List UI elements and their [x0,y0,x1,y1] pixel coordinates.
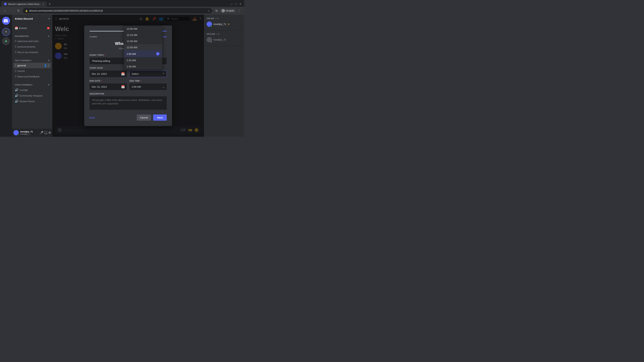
add-server-button[interactable]: + [2,37,10,45]
step-label-location: Location [90,35,97,38]
required-star: * [104,54,105,56]
ssl-lock-icon: 🔒 [25,9,28,12]
event-modal: Location Event Info What's your e Fill o… [84,25,172,126]
online-section-label: ONLINE — 1 [206,17,242,19]
chevron-down-icon: ⌄ [162,85,164,88]
end-time-select[interactable]: 2:00 AM ⌄ [130,83,167,90]
next-button[interactable]: Next [153,114,167,121]
list-item[interactable]: 12:45 AM [124,44,162,50]
user-discriminator: moodjoy_f... [20,133,33,135]
main-content: # general ⊕ 🔔 📌 👥 🔍 Search 📥 ? Welc This… [52,15,204,137]
sidebar-item-announcements[interactable]: # announcements [14,44,51,49]
user-settings-icon[interactable]: ⚙ [48,131,51,135]
active-tab[interactable]: Discord | #general | Artists Disco... × [1,1,46,7]
browser-chrome: Discord | #general | Artists Disco... × … [0,0,244,15]
list-item[interactable]: 1:15 AM [124,57,162,63]
maximize-icon[interactable]: □ [236,3,237,5]
start-time-select[interactable]: Select ⌄ [130,70,167,77]
text-channels-header[interactable]: TEXT CHANNELS + [14,58,51,63]
list-item[interactable]: 1:00 AM ✓ [124,50,162,57]
hash-icon: # [15,64,16,67]
information-section: INFORMATION + # welcome-and-rules # anno… [12,31,52,56]
start-date-row: 📅 Select ⌄ [90,70,167,77]
online-status-dot [210,25,212,27]
gear-icon[interactable]: ⚙ [48,64,50,67]
avatar [206,21,212,27]
modal-overlay: Location Event Info What's your e Fill o… [52,15,204,137]
forward-nav-button[interactable]: → [10,8,14,13]
sidebar-item-welcome[interactable]: # welcome-and-rules [14,38,51,44]
sidebar-item-this-is-my-channel[interactable]: # this-is-my-channel [14,49,51,55]
time-option-label: 12:00 AM [126,27,137,30]
server-sidebar: A + [0,15,12,137]
sidebar-item-ideas[interactable]: # ideas-and-feedback [14,74,51,79]
end-date-wrapper: 📅 [90,83,127,90]
description-textarea[interactable] [90,96,167,110]
mute-microphone-icon[interactable]: 🎤 [40,131,43,135]
discord-app: A + Artists Discord ▾ 📅 Events + INFORMA… [0,15,244,137]
channel-name: this-is-my-channel [18,51,38,54]
channel-name: welcome-and-rules [18,40,39,42]
information-section-header[interactable]: INFORMATION + [14,34,51,38]
list-item[interactable]: 12:00 AM [124,26,162,32]
list-item[interactable]: moodjoy_71 [206,36,242,43]
step-bar-location [90,31,128,31]
online-section: ONLINE — 1 moodjoy_71 ♛ [204,15,244,30]
bookmark-star-icon[interactable]: ☆ [208,9,210,12]
channel-name: general [18,64,26,67]
right-sidebar: ONLINE — 1 moodjoy_71 ♛ OFFLINE — 1 mood… [204,15,244,137]
list-item[interactable]: 12:30 AM [124,38,162,44]
voice-channels-section: VOICE CHANNELS + 🔊 Lounge 🔊 Community Ha… [12,80,52,105]
add-text-channel-icon[interactable]: + [48,59,50,62]
new-tab-button[interactable]: + [47,2,52,6]
sidebar-item-events[interactable]: 📅 Events + [14,25,51,31]
calendar-icon[interactable]: 📅 [121,72,125,76]
address-text: discord.com/channels/1182362010067935253… [29,9,206,12]
back-button[interactable]: Back [90,116,95,119]
add-user-icon[interactable]: 👤 [44,64,47,67]
speaker-icon: 🔊 [15,99,18,103]
close-icon[interactable]: ✕ [240,3,242,5]
address-bar[interactable]: 🔒 discord.com/channels/11823620100679352… [23,8,212,13]
cancel-button[interactable]: Cancel [137,114,151,121]
tab-label: Discord | #general | Artists Disco... [8,3,41,5]
server-icon-artists[interactable]: A [2,28,10,36]
add-information-channel-icon[interactable]: + [48,35,50,38]
channel-name: ideas-and-feedback [18,75,40,78]
list-item[interactable]: 1:30 AM [124,63,162,69]
end-date-col: END DATE * 📅 [90,80,127,90]
channel-settings-icon[interactable]: 👤 ⚙ [44,64,50,67]
discord-home-button[interactable] [2,17,10,25]
list-item[interactable]: 12:15 AM [124,32,162,38]
user-controls: 🎤 🎧 ⚙ [40,131,51,135]
tab-close-button[interactable]: × [42,3,44,5]
sidebar-item-events-text[interactable]: # events [14,68,51,74]
sidebar-item-general[interactable]: # general 👤 ⚙ [14,63,51,68]
extensions-icon[interactable]: ⧉ [214,8,219,13]
browser-menu-icon[interactable]: ⋮ [237,8,242,13]
time-option-label: 12:30 AM [126,40,137,42]
incognito-avatar-icon [222,9,225,12]
time-option-label: 1:15 AM [126,59,136,62]
list-item[interactable]: moodjoy_71 ♛ [206,21,242,27]
time-option-label: 12:15 AM [126,33,137,36]
server-header[interactable]: Artists Discord ▾ [12,15,52,23]
sidebar-item-stream-room[interactable]: 🔊 Stream Room [14,98,51,104]
offline-username: moodjoy_71 [213,38,226,41]
channel-name: announcements [18,45,36,48]
end-time-wrapper: 2:00 AM ⌄ [130,83,167,90]
channel-name: Stream Room [20,100,35,103]
sidebar-item-community-hangout[interactable]: 🔊 Community Hangout [14,93,51,98]
add-voice-channel-icon[interactable]: + [48,83,50,86]
minimize-icon[interactable]: — [230,3,233,5]
back-nav-button[interactable]: ← [3,8,8,13]
sidebar-item-lounge[interactable]: 🔊 Lounge [14,87,51,93]
voice-channels-header[interactable]: VOICE CHANNELS + [14,83,51,87]
end-time-label: END TIME * [130,80,167,82]
user-info: moodjoy_71 moodjoy_f... [20,130,33,135]
reload-nav-button[interactable]: ↻ [16,8,21,13]
time-option-label: 12:45 AM [126,46,137,49]
calendar-icon[interactable]: 📅 [121,85,125,89]
deafen-headphones-icon[interactable]: 🎧 [44,131,48,135]
offline-section: OFFLINE — 1 moodjoy_71 [204,30,244,46]
